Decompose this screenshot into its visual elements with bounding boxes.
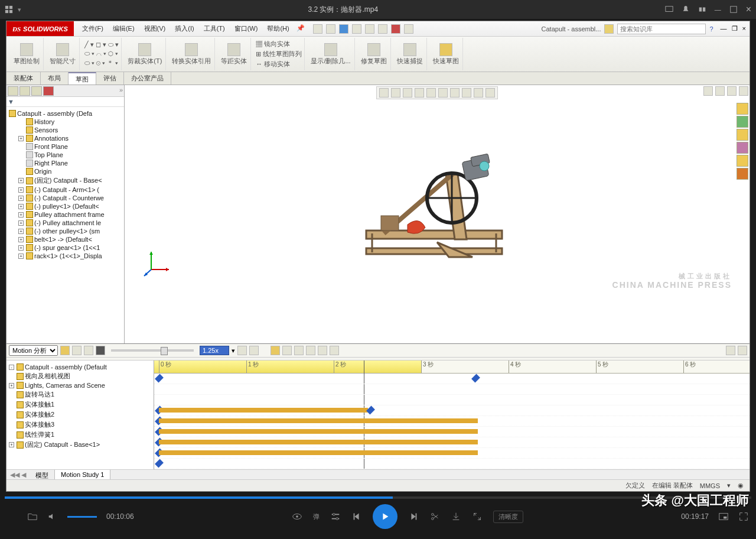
viewport-min-icon[interactable] xyxy=(715,86,725,96)
rotate-icon[interactable] xyxy=(472,511,483,522)
next-track-icon[interactable] xyxy=(408,511,419,522)
appearance-icon[interactable] xyxy=(462,88,471,98)
motion-tree-item[interactable]: 视向及相机视图 xyxy=(9,371,151,381)
play-icon[interactable] xyxy=(84,346,93,355)
view-orient-icon[interactable] xyxy=(426,88,436,98)
open-icon[interactable] xyxy=(326,24,335,34)
motor-icon[interactable] xyxy=(271,346,280,355)
help-icon[interactable]: ? xyxy=(709,25,713,33)
motion-tree-item[interactable]: +Lights, Cameras and Scene xyxy=(9,381,151,389)
tree-item[interactable]: Front Plane xyxy=(8,142,123,151)
tree-item[interactable]: +rack<1> (1<<1>_Displa xyxy=(8,252,123,260)
ribbon-rapid-sketch[interactable]: 快速草图 xyxy=(429,38,463,70)
results-icon[interactable] xyxy=(330,346,339,355)
pin-icon[interactable] xyxy=(698,5,706,14)
maximize-icon[interactable] xyxy=(729,5,738,14)
fm-tab-tree[interactable] xyxy=(8,86,18,96)
fm-tab-display[interactable] xyxy=(43,86,54,96)
save-anim-icon[interactable] xyxy=(249,346,259,355)
play-from-start-icon[interactable] xyxy=(72,346,82,355)
menu-window[interactable]: 窗口(W) xyxy=(230,22,263,35)
settings-icon[interactable] xyxy=(330,511,341,522)
doc-minimize-icon[interactable]: — xyxy=(721,25,727,33)
menu-edit[interactable]: 编辑(E) xyxy=(108,22,139,35)
filter-icon[interactable]: ▼ xyxy=(8,98,14,105)
taskpane-library-icon[interactable] xyxy=(737,116,748,128)
taskpane-custom-icon[interactable] xyxy=(737,168,748,180)
danmu-toggle[interactable]: 弹 xyxy=(313,512,320,521)
viewport[interactable]: 械工业出版社 CHINA MACHINE PRESS xyxy=(125,85,750,343)
zoom-area-icon[interactable] xyxy=(391,88,400,98)
hide-show-icon[interactable] xyxy=(450,88,460,98)
save-icon[interactable] xyxy=(339,24,348,34)
folder-icon[interactable] xyxy=(27,511,38,522)
app-menu-icon[interactable] xyxy=(5,5,13,14)
motion-tree-item[interactable]: 实体接触1 xyxy=(9,400,151,410)
tree-item[interactable]: +belt<1> -> (Default< xyxy=(8,235,123,243)
viewport-close-icon[interactable] xyxy=(739,86,748,96)
motion-type-select[interactable]: Motion 分析 xyxy=(9,345,58,356)
gravity-icon[interactable] xyxy=(318,346,327,355)
motion-tree-item[interactable]: +(固定) Catapult - Base<1> xyxy=(9,440,151,450)
motion-loop-icon[interactable] xyxy=(237,346,247,355)
ribbon-line-tools[interactable]: ╱ ▾ ◻ ▾ ⬭ ▾⬭ ▾ ⌒ ▾ ⬡ ▾⬭ ▾ ⊙ ▾ ＊ ▾ xyxy=(82,38,122,70)
menu-help[interactable]: 帮助(H) xyxy=(262,22,294,35)
progress-bar[interactable] xyxy=(5,496,751,499)
tab-evaluate[interactable]: 评估 xyxy=(96,72,124,85)
volume-icon[interactable] xyxy=(47,511,58,522)
spring-icon[interactable] xyxy=(282,346,292,355)
ribbon-quick-snap[interactable]: 快速捕捉 xyxy=(393,38,427,70)
motion-tree[interactable]: -Catapult - assembly (Default 视向及相机视图+Li… xyxy=(6,361,154,469)
ribbon-display-delete[interactable]: 显示/删除几... xyxy=(307,38,354,70)
doc-close-icon[interactable]: × xyxy=(742,25,746,33)
ribbon-offset[interactable]: 等距实体 xyxy=(217,38,251,70)
fm-expand-icon[interactable]: » xyxy=(119,86,123,95)
stop-icon[interactable] xyxy=(96,346,105,355)
fm-tab-property[interactable] xyxy=(19,86,30,96)
tree-item[interactable]: History xyxy=(8,118,123,126)
taskpane-appearance-icon[interactable] xyxy=(737,155,748,167)
speed-down-icon[interactable]: ▾ xyxy=(232,347,235,355)
timeline[interactable]: 0 秒1 秒2 秒3 秒4 秒5 秒6 秒 xyxy=(154,361,750,469)
tree-item[interactable]: Right Plane xyxy=(8,159,123,167)
motion-tree-item[interactable]: 实体接触2 xyxy=(9,410,151,420)
feature-tree[interactable]: Catapult - assembly (Defa HistorySensors… xyxy=(6,107,124,343)
undo-icon[interactable] xyxy=(365,24,374,34)
ribbon-trim[interactable]: 剪裁实体(T) xyxy=(124,38,166,70)
minimize-icon[interactable]: — xyxy=(715,6,721,13)
pip-icon[interactable] xyxy=(718,511,729,522)
print-icon[interactable] xyxy=(352,24,361,34)
ribbon-convert[interactable]: 转换实体引用 xyxy=(168,38,215,70)
prev-view-icon[interactable] xyxy=(403,88,412,98)
motion-opts-icon[interactable] xyxy=(726,346,735,355)
motion-tree-item[interactable]: 实体接触3 xyxy=(9,420,151,430)
menu-tools[interactable]: 工具(T) xyxy=(199,22,230,35)
ribbon-sketch[interactable]: 草图绘制 xyxy=(10,38,44,70)
play-button[interactable] xyxy=(373,504,397,529)
clarity-button[interactable]: 清晰度 xyxy=(493,511,523,523)
bell-icon[interactable] xyxy=(682,5,690,14)
playlist-icon[interactable] xyxy=(7,511,18,522)
zoom-fit-icon[interactable] xyxy=(379,88,389,98)
taskpane-explorer-icon[interactable] xyxy=(737,129,748,141)
scene-icon[interactable] xyxy=(474,88,483,98)
volume-slider[interactable] xyxy=(67,516,97,518)
doc-restore-icon[interactable]: ❐ xyxy=(732,25,738,33)
search-input[interactable] xyxy=(617,24,706,34)
select-icon[interactable] xyxy=(378,24,387,34)
fm-tab-config[interactable] xyxy=(31,86,42,96)
status-custom-icon[interactable]: ◉ xyxy=(738,482,744,489)
tree-item[interactable]: Top Plane xyxy=(8,151,123,159)
playback-speed[interactable]: 1.25x xyxy=(200,346,229,355)
ribbon-pattern-group[interactable]: ▦ 镜向实体 ⊞ 线性草图阵列 ↔ 移动实体 xyxy=(253,38,305,70)
viewport-max-icon[interactable] xyxy=(727,86,737,96)
tree-item[interactable]: +(固定) Catapult - Base< xyxy=(8,176,123,186)
tree-item[interactable]: +Pulley attachment frame xyxy=(8,210,123,219)
ribbon-repair[interactable]: 修复草图 xyxy=(357,38,391,70)
tab-sketch[interactable]: 草图 xyxy=(69,72,96,85)
tree-item[interactable]: +(-) Catapult - Arm<1> ( xyxy=(8,186,123,194)
download-icon[interactable] xyxy=(451,511,461,522)
taskpane-view-icon[interactable] xyxy=(737,142,748,154)
status-toggle-icon[interactable]: ▾ xyxy=(727,482,731,489)
tree-item[interactable]: Sensors xyxy=(8,126,123,134)
